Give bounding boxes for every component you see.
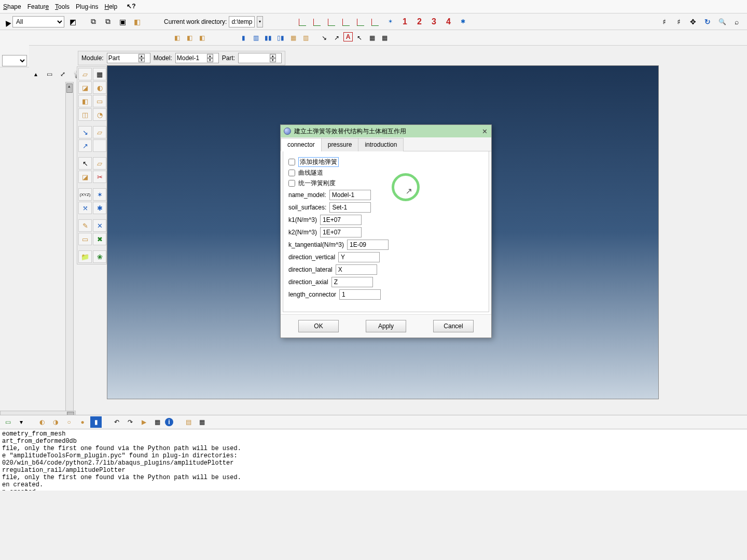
table-view-icon[interactable] [379, 32, 390, 44]
menu-shape[interactable]: Shape [3, 3, 21, 10]
extrude-icon[interactable]: ◪ [78, 81, 92, 94]
datum-point-icon[interactable]: ↖ [78, 157, 92, 170]
menu-tools[interactable]: Tools [55, 3, 70, 10]
xyz-icon[interactable]: (XYZ) [78, 188, 92, 201]
triad-1-icon[interactable]: ✶ [93, 188, 106, 201]
chk-curved-tunnel[interactable] [288, 170, 295, 176]
bs-circle-2-icon[interactable]: ◑ [50, 416, 61, 428]
partition-face-icon[interactable]: ▱ [93, 126, 106, 138]
view-iso-icon[interactable]: ✶ [383, 15, 397, 29]
direction-vertical-input[interactable] [338, 252, 380, 262]
tree-scroll-thumb[interactable] [66, 83, 73, 93]
direction-lateral-input[interactable] [336, 264, 377, 275]
module-value[interactable] [107, 54, 139, 62]
query-icon[interactable]: ↗ [331, 32, 342, 44]
soil-surfaces-input[interactable] [329, 202, 371, 213]
annotation-icon[interactable]: A [343, 32, 353, 41]
tab-introduction[interactable]: introduction [358, 138, 404, 151]
perspective-5-icon[interactable]: ▦ [287, 32, 299, 44]
part-down-icon[interactable]: ▾ [270, 58, 276, 62]
view-preset-2[interactable]: 2 [412, 15, 426, 29]
view-xy2-icon[interactable] [340, 15, 353, 29]
direction-axial-input[interactable] [331, 277, 373, 287]
dialog-titlebar[interactable]: 建立土弹簧等效替代结构与土体相互作用 ✕ [281, 125, 491, 137]
bs-grid-icon[interactable] [196, 416, 208, 428]
list-view-icon[interactable] [366, 32, 378, 44]
bs-info-icon[interactable]: i [165, 418, 173, 426]
bs-circle-3-icon[interactable]: ○ [63, 416, 75, 428]
geometry-repair-icon[interactable]: ❀ [93, 250, 106, 263]
zoom-box-icon[interactable]: ⌕ [730, 16, 743, 28]
k1-input[interactable] [320, 215, 362, 225]
view-yz2-icon[interactable] [369, 15, 382, 29]
part-combo[interactable]: ▴▾ [238, 53, 282, 63]
module-up-icon[interactable]: ▴ [139, 54, 145, 58]
bs-undo-icon[interactable]: ↶ [111, 416, 122, 428]
wire-icon[interactable]: ◫ [78, 108, 92, 121]
pan-icon[interactable]: ✥ [687, 16, 699, 28]
rotate-icon[interactable] [701, 16, 714, 28]
edit-feature-icon[interactable]: ✎ [78, 219, 92, 232]
selection-toggle-icon[interactable]: ◩ [66, 16, 79, 28]
isolate-icon[interactable] [131, 16, 143, 28]
import-icon[interactable] [78, 250, 92, 263]
select-icon[interactable]: ↖ [354, 32, 365, 44]
cwd-input[interactable] [229, 16, 255, 27]
round-icon[interactable]: ◔ [93, 108, 106, 121]
zoom-icon[interactable] [716, 16, 728, 28]
perspective-1-icon[interactable]: ▮ [238, 32, 249, 44]
expand-icon[interactable]: ⤢ [57, 68, 68, 80]
model-combo[interactable]: ▴▾ [175, 53, 219, 63]
model-value[interactable] [176, 54, 207, 62]
cwd-dropdown-icon[interactable]: ▾ [257, 16, 263, 27]
datum-csys-icon[interactable]: ✂ [93, 171, 106, 183]
render-wire-icon[interactable] [184, 32, 195, 44]
create-part-icon[interactable]: ▱ [78, 68, 92, 80]
model-up-icon[interactable]: ▴ [207, 54, 213, 58]
bs-circle-4-icon[interactable]: ● [77, 416, 88, 428]
kt-input[interactable] [347, 240, 389, 250]
menu-feature[interactable]: Feature [27, 3, 49, 10]
left-filter-combo[interactable] [2, 55, 27, 66]
up-arrow-icon[interactable]: ▴ [30, 68, 42, 80]
datum-plane-icon[interactable]: ◪ [78, 171, 92, 183]
view-xz2-icon[interactable] [354, 15, 368, 29]
datum-icon[interactable] [93, 139, 106, 152]
plot-icon[interactable]: ✕ [93, 219, 106, 232]
rail-1-icon[interactable]: ♯ [658, 16, 670, 28]
bs-table-icon[interactable] [151, 416, 163, 428]
selection-arrow-icon[interactable] [2, 18, 10, 26]
tools-icon[interactable]: ✖ [93, 233, 106, 245]
context-help-icon[interactable]: ↖? [127, 3, 135, 10]
selection-filter-combo[interactable]: All [12, 16, 64, 27]
folder-icon[interactable]: ▭ [44, 68, 55, 80]
cancel-button[interactable]: Cancel [433, 320, 474, 332]
model-down-icon[interactable]: ▾ [207, 58, 213, 62]
chk-uniform-stiffness[interactable] [288, 180, 295, 187]
sweep-icon[interactable]: ◧ [78, 95, 92, 107]
perspective-6-icon[interactable]: ▥ [300, 32, 311, 44]
view-preset-1[interactable]: 1 [398, 15, 411, 29]
part-manager-icon[interactable]: ▦ [93, 68, 106, 80]
perspective-2-icon[interactable]: ▥ [250, 32, 261, 44]
regenerate-icon[interactable]: ▭ [78, 233, 92, 245]
view-preset-3[interactable]: 3 [427, 15, 440, 29]
module-down-icon[interactable]: ▾ [139, 58, 145, 62]
bs-square-icon[interactable]: ▮ [90, 416, 102, 428]
bs-redo-icon[interactable]: ↷ [125, 416, 136, 428]
menu-help[interactable]: Help [104, 3, 117, 10]
render-shaded-icon[interactable] [171, 32, 183, 44]
bs-dropdown-icon[interactable]: ▾ [16, 416, 27, 428]
perspective-4-icon[interactable]: ▯▮ [275, 32, 286, 44]
module-combo[interactable]: ▴▾ [107, 53, 150, 63]
chk-add-ground-spring[interactable] [288, 159, 295, 165]
tree-scrollbar[interactable] [65, 82, 74, 414]
tab-connector[interactable]: connector [281, 138, 322, 151]
name-model-input[interactable] [329, 190, 371, 200]
partition-edge-icon[interactable]: ↘ [78, 126, 92, 138]
view-cycle-icon[interactable]: ✱ [456, 15, 469, 29]
k2-input[interactable] [320, 227, 362, 237]
datum-axis-icon[interactable]: ▱ [93, 157, 106, 170]
view-xz-icon[interactable] [311, 15, 324, 29]
length-connector-input[interactable] [339, 289, 381, 300]
